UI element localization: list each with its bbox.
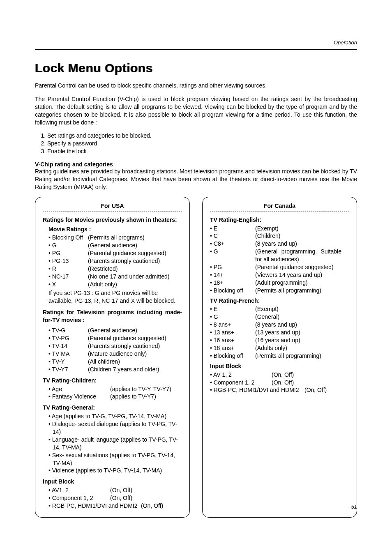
canada-title: For Canada bbox=[210, 202, 349, 210]
usa-children: • Age(applies to TV-Y, TV-Y7) • Fantasy … bbox=[43, 385, 182, 401]
page-title: Lock Menu Options bbox=[35, 61, 357, 75]
rating-key: • Component 1, 2 bbox=[48, 494, 110, 502]
rating-val: (8 years and up) bbox=[255, 240, 297, 248]
usa-general-heading: TV Rating-General: bbox=[43, 404, 182, 412]
rating-val: (Mature audience only) bbox=[88, 350, 147, 358]
usa-children-heading: TV Rating-Children: bbox=[43, 377, 182, 385]
rating-key: • G bbox=[210, 248, 255, 256]
page: Operation Lock Menu Options Parental Con… bbox=[0, 0, 392, 555]
canada-fr-heading: TV Rating-French: bbox=[210, 297, 349, 305]
rating-key: • Blocking off bbox=[210, 287, 255, 295]
rating-val: (On, Off) bbox=[141, 502, 163, 510]
list-item: • Sex- sexual situations (applies to TV-… bbox=[48, 451, 182, 467]
rating-key: • 18 ans+ bbox=[210, 344, 255, 352]
rating-key: • R bbox=[48, 265, 88, 273]
rating-val: (General) bbox=[255, 313, 279, 321]
rating-val: (All children) bbox=[88, 358, 120, 366]
rating-val: (Permits all programming) bbox=[255, 287, 321, 295]
rating-val: (Exempt) bbox=[255, 305, 279, 313]
rating-val: (8 years and up) bbox=[255, 321, 297, 329]
rating-key: • 8 ans+ bbox=[210, 321, 255, 329]
rating-val: (Parental guidance suggested) bbox=[88, 249, 166, 257]
step-item: Specify a password bbox=[47, 140, 357, 147]
rating-key: • C bbox=[210, 232, 255, 240]
rating-val: (Viewers 14 years and up) bbox=[255, 271, 322, 279]
rating-val: (Adult only) bbox=[88, 281, 117, 288]
header-rule bbox=[35, 49, 357, 50]
rating-key: • C8+ bbox=[210, 240, 255, 248]
usa-input-heading: Input Block bbox=[43, 478, 182, 486]
rating-key: • PG bbox=[210, 263, 255, 271]
rating-val: (General audience) bbox=[88, 242, 137, 249]
rating-key: • TV-MA bbox=[48, 350, 88, 358]
rating-key: • 18+ bbox=[210, 279, 255, 287]
columns: For USA Ratings for Movies previously sh… bbox=[35, 197, 357, 518]
list-item: • Dialogue- sexual dialogue (applies to … bbox=[48, 420, 182, 436]
rating-val: (Children) bbox=[255, 232, 280, 240]
usa-movie-ratings-label: Movie Ratings : bbox=[43, 226, 182, 233]
rating-key: • G bbox=[210, 313, 255, 321]
usa-tv-ratings: • TV-G(General audience) • TV-PG(Parenta… bbox=[43, 327, 182, 373]
rating-key: • PG-13 bbox=[48, 257, 88, 265]
rating-val: (On, Off) bbox=[272, 371, 294, 379]
section-label: Operation bbox=[334, 39, 357, 46]
rating-key: • Fantasy Violence bbox=[48, 393, 110, 401]
rating-val: (Adults only) bbox=[255, 344, 287, 352]
rating-val: (On, Off) bbox=[272, 379, 294, 387]
rating-key: • X bbox=[48, 281, 88, 288]
list-item: • Violence (applies to TV-PG, TV-14, TV-… bbox=[48, 467, 182, 474]
rating-key: • AV1, 2 bbox=[48, 486, 110, 494]
canada-panel: For Canada TV Rating-English: • E(Exempt… bbox=[202, 197, 357, 518]
rating-key: • AV 1, 2 bbox=[210, 371, 272, 379]
page-number: 51 bbox=[351, 504, 357, 510]
rating-val: (Permits all programming) bbox=[255, 352, 321, 360]
rating-key: • TV-PG bbox=[48, 334, 88, 342]
usa-title: For USA bbox=[43, 202, 182, 210]
rating-key: • Blocking Off bbox=[48, 234, 88, 242]
rating-val: (Adult programming) bbox=[255, 279, 308, 287]
rating-key: • Blocking off bbox=[210, 352, 255, 360]
rating-key: • Age bbox=[48, 385, 110, 393]
intro-paragraph-1: Parental Control can be used to block sp… bbox=[35, 82, 357, 90]
list-item: • Language- adult language (applies to T… bbox=[48, 436, 182, 451]
rating-key: • E bbox=[210, 225, 255, 233]
rating-val: (applies to TV-Y, TV-Y7) bbox=[110, 385, 171, 393]
rating-key: • TV-Y7 bbox=[48, 366, 88, 373]
rating-val: (On, Off) bbox=[110, 494, 132, 502]
rating-val: (applies to TV-Y7) bbox=[110, 393, 156, 401]
rating-val: (Parental guidance suggested) bbox=[88, 334, 166, 342]
rating-val: (Exempt) bbox=[255, 225, 279, 233]
rating-key: • Component 1, 2 bbox=[210, 379, 272, 387]
steps-list: Set ratings and categories to be blocked… bbox=[47, 132, 357, 155]
rating-key: • E bbox=[210, 305, 255, 313]
vchip-heading: V-Chip rating and categories bbox=[35, 161, 357, 168]
list-item: • Age (applies to TV-G, TV-PG, TV-14, TV… bbox=[48, 412, 182, 420]
vchip-body: Rating guidelines are provided by broadc… bbox=[35, 168, 357, 191]
rating-val: (No one 17 and under admitted) bbox=[88, 273, 169, 281]
rating-key: • TV-14 bbox=[48, 342, 88, 350]
step-item: Set ratings and categories to be blocked… bbox=[47, 132, 357, 140]
rating-val: (General audience) bbox=[88, 327, 137, 334]
usa-movie-note: If you set PG-13 : G and PG movies will … bbox=[48, 289, 182, 305]
rating-key: • RGB-PC, HDMI1/DVI and HDMI2 bbox=[48, 502, 141, 510]
rating-key: • 16 ans+ bbox=[210, 336, 255, 344]
rating-val: (Restricted) bbox=[88, 265, 118, 273]
rating-key: • TV-Y bbox=[48, 358, 88, 366]
rating-key: • 14+ bbox=[210, 271, 255, 279]
rating-key: • G bbox=[48, 242, 88, 249]
canada-fr-list: • E(Exempt) • G(General) • 8 ans+(8 year… bbox=[210, 305, 349, 359]
usa-movie-ratings: • Blocking Off(Permits all programs) • G… bbox=[43, 234, 182, 288]
canada-eng-heading: TV Rating-English: bbox=[210, 216, 349, 224]
canada-divider bbox=[210, 212, 349, 212]
rating-val: (Children 7 years and older) bbox=[88, 366, 159, 373]
usa-general-list: • Age (applies to TV-G, TV-PG, TV-14, TV… bbox=[48, 412, 182, 474]
rating-val: (Parents strongly cautioned) bbox=[88, 257, 160, 265]
rating-key: • NC-17 bbox=[48, 273, 88, 281]
rating-val: (On, Off) bbox=[304, 386, 327, 394]
usa-divider bbox=[43, 212, 182, 212]
rating-key: • 13 ans+ bbox=[210, 329, 255, 336]
intro-paragraph-2: The Parental Control Function (V-Chip) i… bbox=[35, 95, 357, 127]
canada-input-heading: Input Block bbox=[210, 362, 349, 370]
usa-tv-heading: Ratings for Television programs includin… bbox=[43, 309, 182, 324]
canada-eng-list: • E(Exempt) • C(Children) • C8+(8 years … bbox=[210, 225, 349, 295]
